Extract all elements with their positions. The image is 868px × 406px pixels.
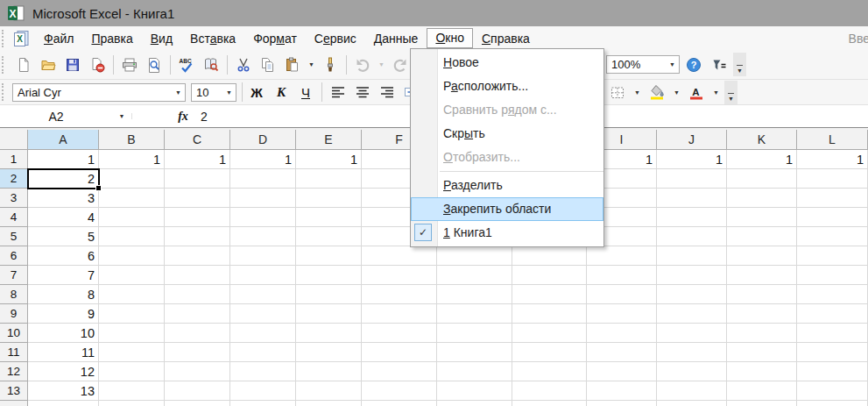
cell-G13[interactable] [437,381,512,401]
cell-K6[interactable] [727,246,797,266]
cell-B10[interactable] [99,324,165,343]
cell-C6[interactable] [165,246,230,266]
cell-A5[interactable]: 5 [28,227,99,246]
cell-G10[interactable] [437,324,512,343]
cell-E5[interactable] [296,227,362,246]
cell-C5[interactable] [165,227,230,246]
cell-D7[interactable] [230,266,296,285]
fill-dropdown-button[interactable]: ▼ [671,81,682,103]
cell-I14[interactable] [587,401,657,406]
row-header-8[interactable]: 8 [0,285,28,304]
cell-G9[interactable] [437,304,512,324]
cell-F13[interactable] [362,381,437,401]
cell-E4[interactable] [296,208,362,227]
cell-D10[interactable] [230,324,296,343]
cell-A4[interactable]: 4 [28,208,99,227]
insert-function-button[interactable]: fx [171,110,195,124]
font-name-combo[interactable]: Arial Cyr ▼ [12,83,186,102]
toolbar-options-button[interactable]: ▼ [724,81,737,104]
cell-J14[interactable] [657,401,727,406]
cell-E12[interactable] [296,362,362,381]
paste-dropdown-button[interactable]: ▼ [306,53,317,76]
cell-C9[interactable] [165,304,230,324]
cell-L1[interactable]: 1 [797,150,868,169]
row-header-7[interactable]: 7 [0,266,28,285]
window-menu-item-Новое[interactable]: Новое [411,51,603,75]
cell-L10[interactable] [797,324,868,343]
cell-J7[interactable] [657,266,727,285]
cell-L13[interactable] [797,381,868,401]
cell-E10[interactable] [296,324,362,343]
cell-H11[interactable] [512,343,587,362]
cell-J3[interactable] [657,189,727,208]
cell-F10[interactable] [362,324,437,343]
cell-K14[interactable] [727,401,797,406]
cell-K3[interactable] [727,189,797,208]
cell-A1[interactable]: 1 [28,150,99,169]
cell-E11[interactable] [296,343,362,362]
spelling-button[interactable]: ABC [175,53,198,76]
cell-L14[interactable] [797,401,868,406]
cell-A10[interactable]: 10 [28,324,99,343]
align-left-button[interactable] [327,81,349,103]
cell-I12[interactable] [587,362,657,381]
cell-G6[interactable] [437,246,512,266]
ask-question-box[interactable]: Вве [849,32,868,46]
cell-L3[interactable] [797,189,868,208]
row-header-12[interactable]: 12 [0,362,28,381]
cell-B3[interactable] [99,189,165,208]
window-menu-item-Расположить-[interactable]: Расположить... [411,75,603,98]
row-header-9[interactable]: 9 [0,304,28,324]
cell-D1[interactable]: 1 [230,150,296,169]
open-folder-button[interactable] [37,53,60,76]
cell-D2[interactable] [230,169,296,189]
cell-L7[interactable] [797,266,868,285]
cell-D3[interactable] [230,189,296,208]
cell-D8[interactable] [230,285,296,304]
cell-K1[interactable]: 1 [727,150,797,169]
row-header-6[interactable]: 6 [0,246,28,266]
cell-C1[interactable]: 1 [165,150,230,169]
fill-color-button[interactable] [646,81,668,103]
cell-L6[interactable] [797,246,868,266]
column-header-C[interactable]: C [165,130,230,150]
cell-D6[interactable] [230,246,296,266]
cell-I7[interactable] [587,266,657,285]
cell-L9[interactable] [797,304,868,324]
bold-button[interactable]: Ж [245,81,268,103]
cell-J4[interactable] [657,208,727,227]
cell-B14[interactable] [99,401,165,406]
cell-C11[interactable] [165,343,230,362]
cell-L5[interactable] [797,227,868,246]
borders-dropdown-button[interactable]: ▼ [632,81,643,103]
cell-J2[interactable] [657,169,727,189]
column-header-L[interactable]: L [797,130,868,150]
cell-F8[interactable] [362,285,437,304]
row-header-13[interactable]: 13 [0,381,28,401]
cell-B12[interactable] [99,362,165,381]
cell-A7[interactable]: 7 [28,266,99,285]
cell-H10[interactable] [512,324,587,343]
cell-D5[interactable] [230,227,296,246]
help-button[interactable]: ? [682,53,705,76]
cell-H8[interactable] [512,285,587,304]
cell-D13[interactable] [230,381,296,401]
window-menu-item-1-Книга1[interactable]: ✓1 Книга1 [411,221,603,245]
print-button[interactable] [118,53,141,76]
row-header-2[interactable]: 2 [0,169,28,189]
cell-F12[interactable] [362,362,437,381]
window-menu-item-Скрыть[interactable]: Скрыть [411,122,603,146]
menu-item-Вставка[interactable]: Вставка [181,29,244,48]
cell-I9[interactable] [587,304,657,324]
cell-K11[interactable] [727,343,797,362]
cell-E8[interactable] [296,285,362,304]
name-box-dropdown[interactable]: ▼ [112,113,132,119]
cell-B1[interactable]: 1 [99,150,165,169]
cell-L11[interactable] [797,343,868,362]
row-header-11[interactable]: 11 [0,343,28,362]
cell-E1[interactable]: 1 [296,150,362,169]
cell-I13[interactable] [587,381,657,401]
column-header-K[interactable]: K [727,130,797,150]
align-center-button[interactable] [351,81,374,103]
autofilter-button[interactable] [708,53,730,76]
